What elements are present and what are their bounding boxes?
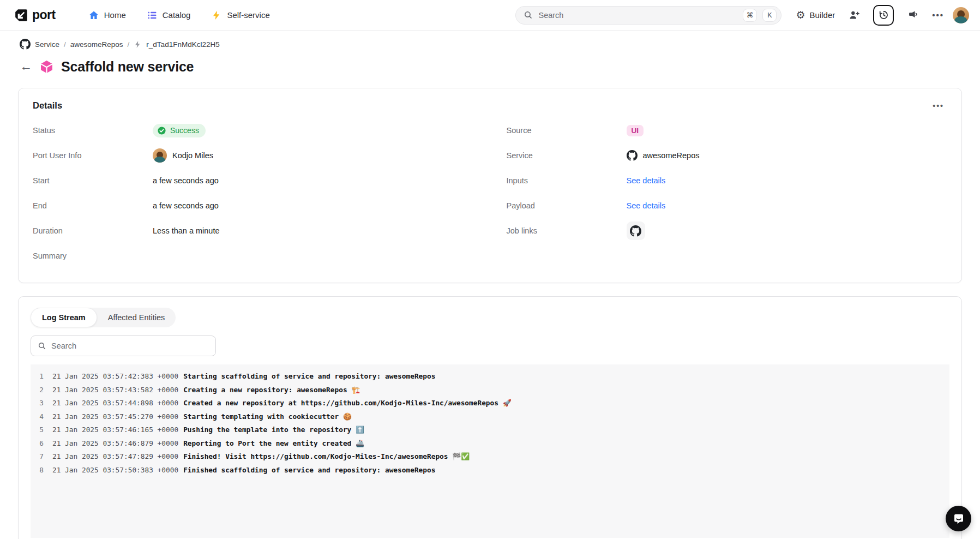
brand-text: port [32, 8, 56, 22]
global-search-placeholder: Search [538, 11, 737, 20]
end-value: a few seconds ago [153, 201, 219, 210]
tab-affected-entities[interactable]: Affected Entities [97, 308, 176, 327]
search-icon [524, 10, 533, 20]
log-line-number: 2 [31, 384, 52, 397]
k-key-badge: K [762, 9, 777, 22]
back-button[interactable]: ← [20, 60, 32, 73]
log-timestamp: 21 Jan 2025 03:57:46:879 +0000 [52, 437, 178, 451]
payload-see-details-link[interactable]: See details [627, 201, 666, 210]
details-menu-button[interactable]: ••• [929, 100, 947, 111]
github-icon [627, 150, 638, 161]
log-row: 2 21 Jan 2025 03:57:43:582 +0000 Creatin… [31, 384, 949, 397]
status-badge: Success [153, 124, 206, 137]
gear-icon: ⚙ [796, 10, 805, 20]
nav-catalog[interactable]: Catalog [147, 10, 191, 21]
person-add-icon [849, 9, 860, 21]
runs-history-button[interactable] [873, 5, 894, 26]
log-message: Pushing the template into the repository… [183, 423, 364, 437]
duration-value: Less than a minute [153, 226, 220, 235]
source-badge: UI [627, 125, 644, 136]
details-left-column: Status Success Port User Info [33, 118, 474, 268]
log-line-number: 8 [31, 464, 52, 477]
port-user-avatar [153, 148, 167, 163]
log-timestamp: 21 Jan 2025 03:57:44:898 +0000 [52, 397, 178, 410]
log-card: Log Stream Affected Entities 1 21 Jan 20… [18, 296, 962, 539]
service-name[interactable]: awesomeRepos [643, 151, 700, 160]
log-timestamp: 21 Jan 2025 03:57:43:582 +0000 [52, 384, 178, 397]
detail-row-summary: Summary [33, 243, 474, 268]
log-row: 3 21 Jan 2025 03:57:44:898 +0000 Created… [31, 397, 949, 410]
port-user-name: Kodjo Miles [172, 151, 213, 160]
detail-row-payload: Payload See details [507, 193, 948, 218]
breadcrumb-service[interactable]: Service [35, 40, 59, 49]
summary-label: Summary [33, 251, 153, 260]
log-message: Reporting to Port the new entity created… [183, 437, 364, 451]
log-line-number: 6 [31, 437, 52, 451]
log-message: Created a new repository at https://gith… [183, 397, 512, 410]
log-stream-viewport[interactable]: 1 21 Jan 2025 03:57:42:383 +0000 Startin… [31, 364, 949, 538]
duration-label: Duration [33, 226, 153, 235]
source-label: Source [507, 126, 627, 135]
inputs-see-details-link[interactable]: See details [627, 176, 666, 185]
details-heading: Details [33, 100, 62, 111]
port-logo-icon [14, 8, 28, 22]
details-card: Details ••• Status Success [18, 88, 962, 283]
invite-users-button[interactable] [844, 5, 864, 26]
breadcrumb: Service / awesomeRepos / r_dTad1FnMdKcl2… [20, 39, 962, 50]
tab-log-stream[interactable]: Log Stream [31, 308, 97, 327]
detail-row-status: Status Success [33, 118, 474, 143]
title-row: ← Scaffold new service [20, 59, 962, 75]
navbar-right: Search ⌘ K ⚙ Builder [515, 5, 969, 26]
chat-launcher-button[interactable] [946, 506, 971, 531]
detail-row-service: Service awesomeRepos [507, 143, 948, 168]
breadcrumb-run-id[interactable]: r_dTad1FnMdKcl22H5 [146, 40, 219, 49]
announcements-button[interactable] [903, 5, 923, 26]
log-timestamp: 21 Jan 2025 03:57:50:383 +0000 [52, 464, 178, 477]
nav-catalog-label: Catalog [163, 10, 191, 20]
detail-row-source: Source UI [507, 118, 948, 143]
job-link-github-button[interactable] [627, 221, 645, 240]
page-title: Scaffold new service [61, 59, 194, 75]
log-line-number: 1 [31, 370, 52, 384]
log-row: 7 21 Jan 2025 03:57:47:829 +0000 Finishe… [31, 450, 949, 464]
page-body: Service / awesomeRepos / r_dTad1FnMdKcl2… [0, 39, 980, 539]
search-icon [38, 342, 46, 350]
run-lightning-icon [134, 40, 142, 49]
end-label: End [33, 201, 153, 210]
more-options-button[interactable]: ••• [932, 10, 944, 20]
global-search-input[interactable]: Search ⌘ K [515, 6, 781, 25]
log-row: 5 21 Jan 2025 03:57:46:165 +0000 Pushing… [31, 423, 949, 437]
log-message: Finished! Visit https://github.com/Kodjo… [183, 450, 470, 464]
breadcrumb-entity[interactable]: awesomeRepos [70, 40, 123, 49]
breadcrumb-separator: / [64, 40, 66, 49]
check-circle-icon [157, 126, 166, 135]
start-label: Start [33, 176, 153, 185]
nav-home[interactable]: Home [88, 10, 126, 21]
github-icon [20, 39, 31, 50]
log-line-number: 5 [31, 423, 52, 437]
detail-row-job-links: Job links [507, 218, 948, 243]
log-line-number: 4 [31, 410, 52, 424]
log-tabs: Log Stream Affected Entities [31, 308, 176, 327]
inputs-label: Inputs [507, 176, 627, 185]
detail-row-duration: Duration Less than a minute [33, 218, 474, 243]
payload-label: Payload [507, 201, 627, 210]
detail-row-port-user: Port User Info Kodjo Miles [33, 143, 474, 168]
log-row: 1 21 Jan 2025 03:57:42:383 +0000 Startin… [31, 370, 949, 384]
catalog-icon [147, 10, 158, 21]
user-avatar[interactable] [953, 7, 969, 23]
detail-row-start: Start a few seconds ago [33, 168, 474, 193]
builder-button[interactable]: ⚙ Builder [796, 10, 835, 20]
nav-self-service[interactable]: Self-service [211, 10, 269, 21]
port-logo[interactable]: port [14, 8, 56, 22]
detail-row-inputs: Inputs See details [507, 168, 948, 193]
log-row: 6 21 Jan 2025 03:57:46:879 +0000 Reporti… [31, 437, 949, 451]
log-message: Starting scaffolding of service and repo… [183, 370, 435, 384]
log-timestamp: 21 Jan 2025 03:57:45:270 +0000 [52, 410, 178, 424]
log-line-number: 3 [31, 397, 52, 410]
builder-label: Builder [810, 10, 835, 20]
job-links-label: Job links [507, 226, 627, 235]
log-message: Starting templating with cookiecutter 🍪 [183, 410, 352, 424]
primary-nav: Home Catalog Self-service [88, 10, 270, 21]
log-search-input[interactable] [51, 342, 209, 350]
